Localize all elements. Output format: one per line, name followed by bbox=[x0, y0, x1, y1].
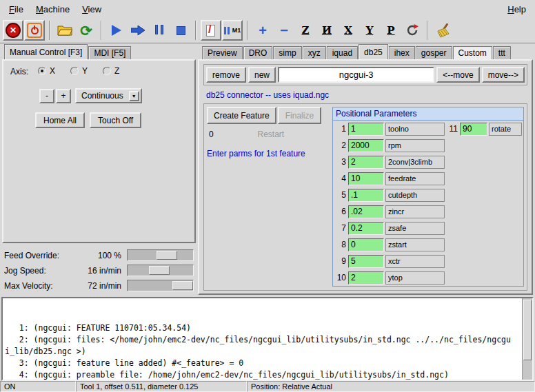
axis-label: Axis: bbox=[10, 67, 28, 76]
slider-thumb[interactable] bbox=[149, 266, 170, 275]
zoom-out-button[interactable]: − bbox=[274, 20, 294, 41]
view-perspective-button[interactable]: P bbox=[381, 20, 401, 41]
param-label: cutdepth bbox=[385, 189, 445, 202]
tab-xyz[interactable]: xyz bbox=[303, 46, 326, 59]
toolbar: ✕⟳/M1+−ZИXYP bbox=[0, 18, 535, 44]
scrollbar-thumb[interactable] bbox=[523, 300, 532, 360]
gcode-output[interactable]: 1: (ngcgui: FEATURE 110701:05.34.54) 2: … bbox=[1, 297, 534, 381]
view-z-rotated-button[interactable]: И bbox=[316, 20, 337, 41]
param-value-input[interactable] bbox=[348, 156, 384, 169]
param-label: zsafe bbox=[385, 222, 445, 235]
slider-thumb[interactable] bbox=[172, 281, 193, 290]
axis-radio-label: Y bbox=[82, 66, 88, 76]
tab-ttt[interactable]: ttt bbox=[493, 46, 511, 59]
rotate-view-button[interactable] bbox=[402, 20, 423, 41]
param-value-input[interactable] bbox=[348, 139, 384, 152]
chevron-down-icon[interactable]: ▼ bbox=[129, 91, 139, 101]
menu-help[interactable]: Help bbox=[501, 1, 532, 17]
tab-iquad[interactable]: iquad bbox=[327, 46, 358, 59]
jog-speed-label: Jog Speed: bbox=[2, 266, 46, 276]
tab-db25[interactable]: db25 bbox=[359, 44, 388, 59]
open-file-button[interactable] bbox=[54, 20, 75, 41]
max-velocity-slider[interactable] bbox=[127, 280, 194, 291]
tab-manual-control-f3[interactable]: Manual Control [F3] bbox=[4, 44, 88, 59]
move-left-button[interactable]: <--move bbox=[436, 67, 479, 83]
ngcgui-panel: PreviewDROsimpxyziquaddb25ihexgosperCust… bbox=[198, 44, 533, 295]
param-number: 9 bbox=[334, 256, 348, 266]
new-tab-button[interactable]: new bbox=[248, 67, 276, 83]
optional-stop-button[interactable]: M1 bbox=[222, 20, 243, 41]
menu-machine[interactable]: Machine bbox=[30, 1, 76, 17]
zoom-in-button[interactable]: + bbox=[252, 20, 273, 41]
machine-power-icon bbox=[27, 23, 42, 38]
feed-override-slider[interactable] bbox=[127, 249, 194, 261]
radio-indicator bbox=[38, 67, 46, 75]
tab-ihex[interactable]: ihex bbox=[389, 46, 415, 59]
restart-button[interactable]: Restart bbox=[214, 130, 328, 139]
param-row: 7zsafe bbox=[333, 220, 523, 236]
param-number: 8 bbox=[334, 240, 348, 249]
machine-power-button[interactable] bbox=[24, 20, 45, 41]
param-value-input[interactable] bbox=[348, 172, 384, 185]
pause-program-button[interactable] bbox=[149, 20, 170, 41]
menubar: FileMachineViewHelp bbox=[0, 0, 535, 18]
toolbar-separator bbox=[247, 21, 248, 40]
param-label: rotate bbox=[489, 123, 522, 136]
run-icon bbox=[112, 25, 121, 36]
step-line-button[interactable] bbox=[128, 20, 148, 41]
param-value-input[interactable] bbox=[348, 123, 384, 136]
stop-program-button[interactable] bbox=[170, 20, 191, 41]
clear-plot-button[interactable] bbox=[432, 20, 453, 41]
reload-file-button[interactable]: ⟳ bbox=[76, 20, 97, 41]
position-mode: Position: Relative Actual bbox=[247, 381, 535, 392]
view-y-button[interactable]: Y bbox=[359, 20, 380, 41]
param-value-input[interactable] bbox=[460, 123, 487, 136]
jog-minus-button[interactable]: - bbox=[39, 89, 54, 103]
param-label: toolno bbox=[385, 123, 445, 136]
tab-dro[interactable]: DRO bbox=[243, 46, 273, 59]
machine-state: ON bbox=[0, 381, 76, 392]
view-z-button[interactable]: Z bbox=[295, 20, 316, 41]
param-value-input[interactable] bbox=[348, 255, 384, 268]
param-row: 8zstart bbox=[333, 236, 523, 253]
tab-custom[interactable]: Custom bbox=[453, 46, 492, 59]
jog-mode-select[interactable]: Continuous ▼ bbox=[75, 88, 142, 103]
param-value-input[interactable] bbox=[348, 271, 384, 285]
param-value-input[interactable] bbox=[348, 222, 384, 235]
touch-off-button[interactable]: Touch Off bbox=[90, 112, 141, 128]
param-value-input[interactable] bbox=[348, 189, 384, 202]
create-feature-button[interactable]: Create Feature bbox=[207, 107, 276, 124]
jog-speed-slider[interactable] bbox=[127, 265, 194, 276]
jog-plus-button[interactable]: + bbox=[56, 89, 71, 103]
tab-simp[interactable]: simp bbox=[273, 46, 301, 59]
jog-row: - + Continuous ▼ bbox=[39, 88, 188, 103]
remove-tab-button[interactable]: remove bbox=[206, 67, 246, 83]
tab-name-input[interactable] bbox=[278, 67, 434, 83]
slider-thumb[interactable] bbox=[157, 251, 177, 260]
move-right-button[interactable]: move--> bbox=[482, 67, 525, 83]
clear-plot-icon bbox=[435, 23, 450, 38]
feature-box: Create Feature Finalize 0 Restart Enter … bbox=[203, 103, 527, 291]
run-program-button[interactable] bbox=[106, 20, 127, 41]
axis-radio-z[interactable]: Z bbox=[103, 66, 119, 76]
vertical-scrollbar[interactable] bbox=[522, 298, 532, 380]
menu-file[interactable]: File bbox=[3, 1, 30, 17]
param-number: 11 bbox=[446, 124, 460, 134]
estop-button[interactable]: ✕ bbox=[3, 20, 23, 41]
gcode-line: 1: (ngcgui: FEATURE 110701:05.34.54) bbox=[5, 322, 520, 334]
tab-preview[interactable]: Preview bbox=[202, 46, 243, 59]
view-x-button[interactable]: X bbox=[338, 20, 359, 41]
axis-radio-x[interactable]: X bbox=[38, 66, 55, 76]
skip-optional-blocks-button[interactable]: / bbox=[201, 20, 221, 41]
tab-mdi-f5[interactable]: MDI [F5] bbox=[88, 46, 131, 59]
tab-gosper[interactable]: gosper bbox=[416, 46, 452, 59]
menu-view[interactable]: View bbox=[76, 1, 108, 17]
param-value-input[interactable] bbox=[348, 205, 384, 218]
axis-radio-y[interactable]: Y bbox=[70, 66, 88, 76]
finalize-button[interactable]: Finalize bbox=[278, 107, 321, 124]
param-value-input[interactable] bbox=[348, 238, 384, 251]
toolbar-separator bbox=[101, 21, 102, 40]
jog-speed-row: Jog Speed:16 in/min bbox=[2, 263, 196, 278]
param-number: 4 bbox=[334, 174, 348, 183]
home-all-button[interactable]: Home All bbox=[35, 112, 85, 128]
